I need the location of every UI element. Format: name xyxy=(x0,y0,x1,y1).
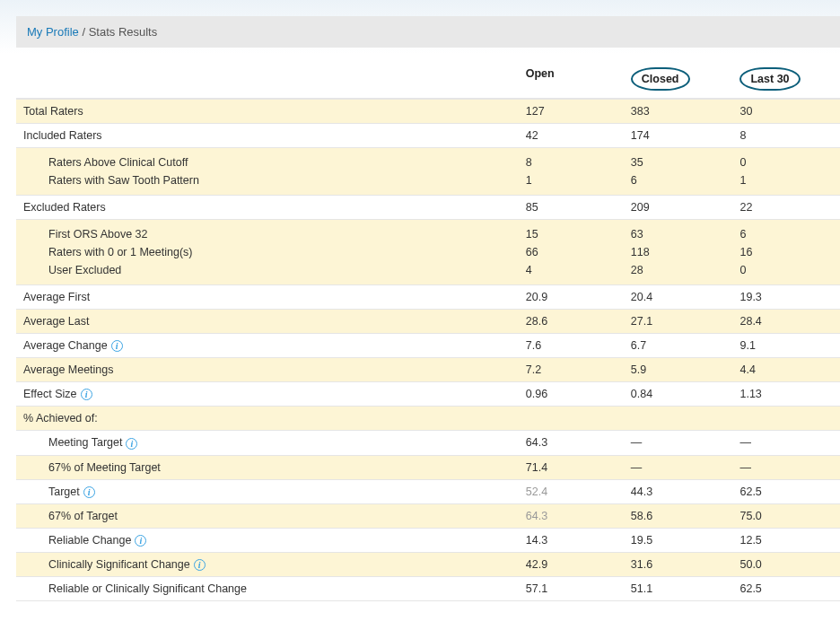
val-included-raters-closed: 174 xyxy=(624,124,733,148)
val-clin-sig-change-open: 42.9 xyxy=(519,553,624,577)
row-avg-last: Average Last 28.6 27.1 28.4 xyxy=(16,310,840,334)
val-excluded-sub-last30: 6 16 0 xyxy=(732,220,840,285)
circle-last30: Last 30 xyxy=(739,67,800,91)
row-target: Targeti 52.4 44.3 62.5 xyxy=(16,479,840,503)
val-avg-first-last30: 19.3 xyxy=(732,285,840,310)
row-total-raters: Total Raters 127 383 30 xyxy=(16,99,840,124)
row-pct-achieved: % Achieved of: xyxy=(16,407,840,431)
val-effect-size-last30: 1.13 xyxy=(732,382,840,407)
info-icon[interactable]: i xyxy=(194,559,206,571)
val-67-meeting-target-last30: — xyxy=(732,455,840,479)
val-67-target-open: 64.3 xyxy=(519,503,624,528)
val-meeting-target-last30: — xyxy=(732,431,840,455)
row-avg-meetings: Average Meetings 7.2 5.9 4.4 xyxy=(16,358,840,382)
val-total-raters-open: 127 xyxy=(519,99,624,124)
val-effect-size-open: 0.96 xyxy=(519,382,624,407)
val-target-closed: 44.3 xyxy=(624,479,733,503)
val-67-target-last30: 75.0 xyxy=(732,503,840,528)
row-reliable-change: Reliable Changei 14.3 19.5 12.5 xyxy=(16,528,840,552)
val-included-sub-open: 8 1 xyxy=(519,148,624,196)
label-clinical-cutoff: Raters Above Clinical Cutoff xyxy=(48,153,512,171)
info-icon[interactable]: i xyxy=(126,438,137,450)
val-effect-size-closed: 0.84 xyxy=(624,382,733,407)
val-total-raters-last30: 30 xyxy=(732,99,840,124)
label-target: Targeti xyxy=(16,479,519,503)
label-avg-first: Average First xyxy=(16,285,519,310)
val-avg-change-closed: 6.7 xyxy=(624,334,733,358)
col-header-last30: Last 30 xyxy=(732,60,840,99)
breadcrumb-separator: / xyxy=(79,25,89,39)
val-avg-change-last30: 9.1 xyxy=(732,334,840,358)
val-avg-meetings-last30: 4.4 xyxy=(732,358,840,382)
row-included-sub: Raters Above Clinical Cutoff Raters with… xyxy=(16,148,840,196)
col-header-open: Open xyxy=(519,60,624,99)
label-zero-one-meetings: Raters with 0 or 1 Meeting(s) xyxy=(48,243,512,261)
label-saw-tooth: Raters with Saw Tooth Pattern xyxy=(48,171,512,189)
val-avg-change-open: 7.6 xyxy=(519,334,624,358)
val-rel-or-clin-open: 57.1 xyxy=(519,577,624,601)
label-total-raters: Total Raters xyxy=(16,99,519,124)
val-meeting-target-closed: — xyxy=(624,431,733,455)
col-header-empty xyxy=(16,60,519,99)
val-avg-meetings-closed: 5.9 xyxy=(624,358,733,382)
circle-closed: Closed xyxy=(631,67,690,91)
row-avg-first: Average First 20.9 20.4 19.3 xyxy=(16,285,840,310)
label-included-sub: Raters Above Clinical Cutoff Raters with… xyxy=(16,148,519,196)
label-pct-achieved: % Achieved of: xyxy=(16,407,519,431)
label-avg-last: Average Last xyxy=(16,310,519,334)
row-avg-change: Average Changei 7.6 6.7 9.1 xyxy=(16,334,840,358)
row-meeting-target: Meeting Targeti 64.3 — — xyxy=(16,431,840,455)
info-icon[interactable]: i xyxy=(81,389,92,400)
label-excluded-raters: Excluded Raters xyxy=(16,196,519,220)
row-67-meeting-target: 67% of Meeting Target 71.4 — — xyxy=(16,455,840,479)
label-effect-size: Effect Sizei xyxy=(16,382,519,407)
val-total-raters-closed: 383 xyxy=(624,99,733,124)
row-rel-or-clin: Reliable or Clinically Significant Chang… xyxy=(16,577,840,601)
row-included-raters: Included Raters 42 174 8 xyxy=(16,124,840,148)
label-rel-or-clin: Reliable or Clinically Significant Chang… xyxy=(16,577,519,601)
val-avg-meetings-open: 7.2 xyxy=(519,358,624,382)
val-excluded-raters-open: 85 xyxy=(519,196,624,220)
val-67-meeting-target-closed: — xyxy=(624,455,733,479)
val-included-sub-last30: 0 1 xyxy=(732,148,840,196)
row-effect-size: Effect Sizei 0.96 0.84 1.13 xyxy=(16,382,840,407)
label-reliable-change: Reliable Changei xyxy=(16,528,519,552)
label-meeting-target: Meeting Targeti xyxy=(16,431,519,455)
val-reliable-change-last30: 12.5 xyxy=(732,528,840,552)
val-excluded-sub-open: 15 66 4 xyxy=(519,220,624,285)
val-avg-last-closed: 27.1 xyxy=(624,310,733,334)
val-reliable-change-closed: 19.5 xyxy=(624,528,733,552)
label-excluded-sub: First ORS Above 32 Raters with 0 or 1 Me… xyxy=(16,220,519,285)
label-avg-change: Average Changei xyxy=(16,334,519,358)
val-rel-or-clin-last30: 62.5 xyxy=(732,577,840,601)
val-rel-or-clin-closed: 51.1 xyxy=(624,577,733,601)
breadcrumb-link-my-profile[interactable]: My Profile xyxy=(27,25,79,39)
row-excluded-sub: First ORS Above 32 Raters with 0 or 1 Me… xyxy=(16,220,840,285)
val-included-sub-closed: 35 6 xyxy=(624,148,733,196)
val-avg-last-last30: 28.4 xyxy=(732,310,840,334)
info-icon[interactable]: i xyxy=(83,486,95,498)
val-reliable-change-open: 14.3 xyxy=(519,528,624,552)
val-avg-first-closed: 20.4 xyxy=(624,285,733,310)
val-clin-sig-change-closed: 31.6 xyxy=(624,553,733,577)
val-target-open: 52.4 xyxy=(519,479,624,503)
val-target-last30: 62.5 xyxy=(732,479,840,503)
val-excluded-raters-last30: 22 xyxy=(732,196,840,220)
val-avg-last-open: 28.6 xyxy=(519,310,624,334)
val-included-raters-open: 42 xyxy=(519,124,624,148)
info-icon[interactable]: i xyxy=(111,340,123,352)
label-user-excluded: User Excluded xyxy=(48,261,512,279)
stats-table: Open Closed Last 30 Total Raters 127 383… xyxy=(16,60,840,601)
label-67-meeting-target: 67% of Meeting Target xyxy=(16,455,519,479)
val-clin-sig-change-last30: 50.0 xyxy=(732,553,840,577)
label-clin-sig-change: Clinically Significant Changei xyxy=(16,553,519,577)
col-header-closed: Closed xyxy=(624,60,733,99)
label-first-ors: First ORS Above 32 xyxy=(48,225,512,243)
info-icon[interactable]: i xyxy=(135,535,146,547)
val-67-target-closed: 58.6 xyxy=(624,503,733,528)
row-clin-sig-change: Clinically Significant Changei 42.9 31.6… xyxy=(16,553,840,577)
val-meeting-target-open: 64.3 xyxy=(519,431,624,455)
breadcrumb-current: Stats Results xyxy=(89,25,158,39)
label-avg-meetings: Average Meetings xyxy=(16,358,519,382)
val-excluded-raters-closed: 209 xyxy=(624,196,733,220)
